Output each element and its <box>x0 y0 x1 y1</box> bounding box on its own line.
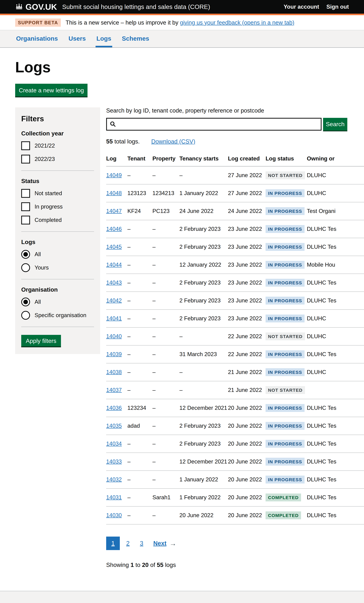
page-3[interactable]: 3 <box>136 537 147 550</box>
cell-starts: 1 January 2022 <box>179 184 228 202</box>
page-1-current[interactable]: 1 <box>106 537 120 550</box>
log-link[interactable]: 14036 <box>106 405 122 411</box>
table-row: 1404812312312342131 January 202227 June … <box>106 184 364 202</box>
checkbox-completed[interactable] <box>21 216 30 224</box>
cell-tenant: – <box>127 453 153 471</box>
cell-created: 22 June 2022 <box>228 327 266 345</box>
create-lettings-log-button[interactable]: Create a new lettings log <box>15 84 87 96</box>
log-link[interactable]: 14035 <box>106 423 122 429</box>
feedback-link[interactable]: giving us your feedback (opens in a new … <box>180 19 294 26</box>
log-link[interactable]: 14030 <box>106 512 122 518</box>
cell-starts: 2 February 2023 <box>179 238 228 256</box>
cell-created: 21 June 2022 <box>228 381 266 399</box>
cell-starts: 2 February 2023 <box>179 310 228 327</box>
log-link[interactable]: 14032 <box>106 476 122 483</box>
log-link[interactable]: 14043 <box>106 279 122 286</box>
checkbox-2022-23[interactable] <box>21 155 30 163</box>
download-csv-link[interactable]: Download (CSV) <box>151 138 195 145</box>
cell-created: 21 June 2022 <box>228 363 266 381</box>
table-row: 14034––2 February 202320 June 2022IN PRO… <box>106 435 364 453</box>
table-header-row: LogTenantPropertyTenancy startsLog creat… <box>106 151 364 166</box>
log-link[interactable]: 14048 <box>106 190 122 196</box>
log-link[interactable]: 14037 <box>106 387 122 393</box>
main-content: Logs Create a new lettings log Filters C… <box>0 59 364 574</box>
showing-text: logs <box>163 562 176 568</box>
cell-status: COMPLETED <box>266 488 307 506</box>
table-row: 14042––2 February 202323 June 2022IN PRO… <box>106 292 364 310</box>
cell-status: IN PROGRESS <box>266 471 307 488</box>
service-name[interactable]: Submit social housing lettings and sales… <box>62 3 210 11</box>
search-input[interactable] <box>118 119 318 129</box>
cell-created: 27 June 2022 <box>228 184 266 202</box>
table-row: 14043––2 February 202323 June 2022IN PRO… <box>106 274 364 292</box>
log-link[interactable]: 14044 <box>106 262 122 268</box>
sign-out-link[interactable]: Sign out <box>326 4 349 10</box>
nav-item-organisations[interactable]: Organisations <box>15 30 59 47</box>
your-account-link[interactable]: Your account <box>284 4 319 10</box>
radio-option-all[interactable]: All <box>21 298 94 306</box>
checkbox-option-2021-22[interactable]: 2021/22 <box>21 141 94 150</box>
cell-tenant: – <box>127 471 153 488</box>
cell-property: – <box>153 471 179 488</box>
log-link[interactable]: 14034 <box>106 441 122 447</box>
checkbox-option-not-started[interactable]: Not started <box>21 189 94 198</box>
cell-tenant: – <box>127 292 153 310</box>
table-row: 14045––2 February 202323 June 2022IN PRO… <box>106 238 364 256</box>
checkbox-2021-22[interactable] <box>21 141 30 150</box>
cell-tenant: adad <box>127 417 153 435</box>
log-link[interactable]: 14047 <box>106 208 122 214</box>
checkbox-not-started[interactable] <box>21 189 30 198</box>
phase-banner-text: This is a new service – help us improve … <box>66 19 294 26</box>
showing-text: Showing <box>106 562 130 568</box>
cell-status: IN PROGRESS <box>266 453 307 471</box>
cell-owning-organisation: DLUHC Tes <box>307 220 364 238</box>
log-link[interactable]: 14031 <box>106 494 122 500</box>
page-2[interactable]: 2 <box>122 537 133 550</box>
site-header: GOV.UK Submit social housing lettings an… <box>0 0 364 15</box>
log-link[interactable]: 14033 <box>106 458 122 465</box>
showing-from: 1 <box>130 562 134 568</box>
radio-specific-organisation[interactable] <box>21 311 30 320</box>
status-tag: IN PROGRESS <box>266 279 305 287</box>
log-link[interactable]: 14039 <box>106 351 122 357</box>
apply-filters-button[interactable]: Apply filters <box>21 335 61 346</box>
radio-all[interactable] <box>21 250 30 259</box>
log-link[interactable]: 14045 <box>106 244 122 250</box>
checkbox-in-progress[interactable] <box>21 202 30 211</box>
radio-option-yours[interactable]: Yours <box>21 263 94 272</box>
log-link[interactable]: 14042 <box>106 297 122 304</box>
table-row: 14031–Sarah11 February 202220 June 2022C… <box>106 488 364 506</box>
search-button[interactable]: Search <box>323 118 347 131</box>
govuk-logo[interactable]: GOV.UK <box>15 2 57 12</box>
cell-owning-organisation: DLUHC <box>307 363 364 381</box>
cell-property: – <box>153 381 179 399</box>
checkbox-option-in-progress[interactable]: In progress <box>21 202 94 211</box>
radio-option-all[interactable]: All <box>21 250 94 259</box>
checkbox-option-completed[interactable]: Completed <box>21 216 94 224</box>
cell-starts: 20 June 2022 <box>179 506 228 524</box>
radio-option-specific-organisation[interactable]: Specific organisation <box>21 311 94 320</box>
table-row: 14041––2 February 202323 June 2022IN PRO… <box>106 310 364 327</box>
log-link[interactable]: 14040 <box>106 333 122 339</box>
cell-owning-organisation: DLUHC <box>307 166 364 185</box>
status-tag: IN PROGRESS <box>266 314 305 323</box>
log-link[interactable]: 14041 <box>106 315 122 322</box>
nav-item-users[interactable]: Users <box>68 30 87 47</box>
log-link[interactable]: 14046 <box>106 226 122 232</box>
nav-item-schemes[interactable]: Schemes <box>121 30 150 47</box>
showing-summary: Showing 1 to 20 of 55 logs <box>106 562 364 568</box>
nav-item-logs[interactable]: Logs <box>95 30 112 47</box>
radio-all[interactable] <box>21 298 30 306</box>
cell-created: 20 June 2022 <box>228 453 266 471</box>
radio-yours[interactable] <box>21 263 30 272</box>
cell-property: – <box>153 363 179 381</box>
phase-banner-text-before: This is a new service – help us improve … <box>66 19 180 26</box>
cell-created: 20 June 2022 <box>228 506 266 524</box>
checkbox-option-2022-23[interactable]: 2022/23 <box>21 155 94 163</box>
next-page-link[interactable]: Next <box>153 540 166 547</box>
cell-starts: 12 January 2022 <box>179 256 228 274</box>
log-link[interactable]: 14049 <box>106 172 122 178</box>
table-row: 14046––2 February 202323 June 2022IN PRO… <box>106 220 364 238</box>
cell-tenant: – <box>127 488 153 506</box>
log-link[interactable]: 14038 <box>106 369 122 375</box>
